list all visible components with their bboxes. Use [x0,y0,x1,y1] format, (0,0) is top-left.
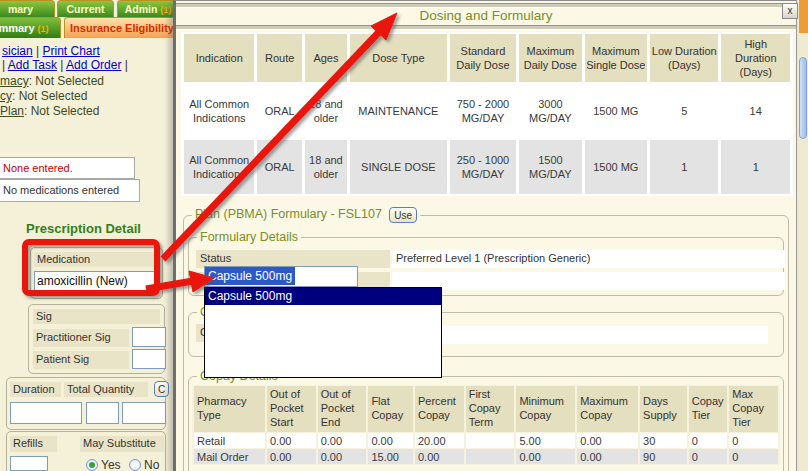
table-cell: 0.00 [415,449,464,464]
selection-value: : Not Selected [29,74,104,88]
table-cell: 3000 MG/DAY [519,84,581,138]
total-quantity-input[interactable] [86,402,119,424]
column-header: Ages [305,34,347,82]
physician-link[interactable]: sician [2,44,33,58]
table-header-row: IndicationRouteAgesDose TypeStandard Dai… [184,34,790,82]
column-header: Maximum Daily Dose [519,34,581,82]
use-button[interactable]: Use [389,207,417,223]
table-cell: 0.00 [318,449,367,464]
selection-value: : Not Selected [12,89,87,103]
tab-count-badge: (1) [38,24,49,34]
table-cell: ORAL [257,84,301,138]
add-order-link[interactable]: Add Order [66,58,121,72]
tab-label: mmary [0,22,35,34]
screen: mary Current Admin (1) mmary (1) Insuran… [0,0,808,471]
patient-sig-label: Patient Sig [33,351,129,369]
tab-label: Current [67,3,105,15]
duration-input[interactable] [10,402,82,424]
drug-form-combobox[interactable]: Capsule 500mg [204,266,358,287]
duration-label: Duration [10,382,61,397]
dialog-title: Dosing and Formulary [176,8,796,23]
tab-current[interactable]: Current [57,0,114,17]
print-chart-link[interactable]: Print Chart [43,44,100,58]
quantity-unit-input[interactable] [122,402,166,424]
table-cell: Retail [194,433,265,448]
practitioner-sig-label: Practitioner Sig [33,329,129,347]
status-value: Preferred Level 1 (Prescription Generic) [392,250,785,268]
tab-summary-top[interactable]: mary [0,0,55,17]
table-cell: 250 - 1000 MG/DAY [450,140,516,194]
table-cell: 0.00 [577,433,638,448]
no-medications-message: No medications entered [0,179,140,202]
plan-link[interactable]: Plan [0,104,24,118]
table-cell: 1500 MG [585,84,647,138]
column-header: Percent Copay [415,386,464,432]
practitioner-sig-input[interactable] [132,327,166,347]
prescription-detail-heading: Prescription Detail [26,221,141,236]
tab-admin[interactable]: Admin (1) [117,0,179,17]
tab-insurance-eligibility[interactable]: Insurance Eligibility [64,17,180,38]
may-substitute-label: May Substitute [80,436,164,452]
column-header: Standard Daily Dose [450,34,516,82]
table-row: All Common IndicationsORAL18 and olderMA… [184,84,790,138]
tab-label: mary [8,3,33,15]
table-cell: 1 [650,140,718,194]
title-divider-bottom [176,25,796,30]
table-cell: 0.00 [267,433,316,448]
column-header: Indication [184,34,254,82]
column-header: Days Supply [640,386,687,432]
table-cell: 30 [640,433,687,448]
chart-links-row: sician | Print Chart [2,44,100,58]
table-cell: 15.00 [368,449,413,464]
table-cell: 0.00 [516,449,575,464]
separator: | [125,58,128,72]
substitute-no-label: No [144,458,159,471]
tab-summary[interactable]: mmary (1) [0,17,61,38]
plan-formulary-legend-text: Plan (PBMA) Formulary - FSL107 [195,207,382,221]
table-cell [466,449,515,464]
column-header: Pharmacy Type [194,386,265,432]
refills-input[interactable] [10,456,48,471]
substitute-yes-radio[interactable] [86,459,98,471]
policy-link[interactable]: cy [0,89,12,103]
drug-form-dropdown-list: Capsule 500mg [204,287,442,378]
substitute-yes-label: Yes [101,458,121,471]
dosing-and-formulary-dialog: Dosing and Formulary x IndicationRouteAg… [173,0,797,471]
table-row: Retail0.000.000.0020.005.000.003000 [194,433,778,448]
table-cell: 0.00 [267,449,316,464]
coverage-value [392,326,768,344]
close-icon[interactable]: x [782,3,798,19]
patient-sig-input[interactable] [132,349,166,369]
separator: | [60,58,63,72]
table-cell: 18 and older [305,84,347,138]
column-header: Copay Tier [689,386,728,432]
add-task-link[interactable]: Add Task [8,58,57,72]
table-cell: 5.00 [516,433,575,448]
table-cell: 18 and older [305,140,347,194]
column-header: Maximum Copay [577,386,638,432]
tab-label: Insurance Eligibility [70,22,174,34]
combobox-selected-value: Capsule 500mg [205,267,295,285]
scrollbar-thumb[interactable] [799,57,807,139]
table-cell: 0 [729,433,778,448]
column-header: Dose Type [350,34,447,82]
table-cell: 0.00 [577,449,638,464]
dropdown-list-item[interactable]: Capsule 500mg [205,288,441,305]
table-cell: Mail Order [194,449,265,464]
table-cell: 0.00 [368,433,413,448]
sig-label: Sig [33,309,160,324]
quantity-calc-button[interactable]: C [154,381,169,397]
plan-formulary-legend: Plan (PBMA) Formulary - FSL107 Use [192,207,420,223]
table-cell: 750 - 2000 MG/DAY [450,84,516,138]
page-edge-orange [799,0,808,33]
medication-input[interactable] [34,271,155,291]
table-cell [466,433,515,448]
column-header: Minimum Copay [516,386,575,432]
table-cell: 0 [689,449,728,464]
table-row: Mail Order0.000.0015.000.000.000.009000 [194,449,778,464]
column-header: Max Copay Tier [729,386,778,432]
pharmacy-link[interactable]: macy [0,74,29,88]
substitute-no-radio[interactable] [129,459,141,471]
table-row: All Common IndicationsORAL18 and olderSI… [184,140,790,194]
separator: | [36,44,39,58]
